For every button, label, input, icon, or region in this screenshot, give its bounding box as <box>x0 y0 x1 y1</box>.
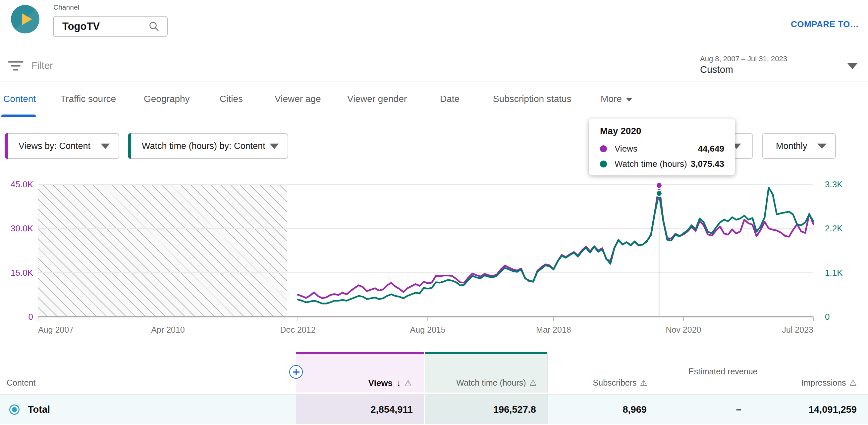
tab-more-label: More <box>601 94 622 104</box>
column-header-estimated-revenue[interactable]: Estimated revenue <box>688 366 741 377</box>
sort-desc-icon[interactable]: ↓ <box>397 378 401 388</box>
tab-cities[interactable]: Cities <box>220 94 243 104</box>
chevron-down-icon <box>626 98 632 102</box>
column-header-subscribers[interactable]: Subscribers⚠ <box>593 378 647 388</box>
filter-bar: Filter Aug 8, 2007 – Jul 31, 2023 Custom <box>0 50 868 81</box>
views-metric-picker[interactable]: Views by: Content <box>5 133 119 159</box>
tooltip-watchtime-value: 3,075.43 <box>691 159 724 169</box>
watchtime-metric-picker[interactable]: Watch time (hours) by: Content <box>128 133 288 159</box>
svg-text:2.2K: 2.2K <box>825 223 843 233</box>
chevron-down-icon <box>847 63 858 69</box>
channel-logo-icon <box>11 5 39 33</box>
total-revenue-cell: – <box>658 395 753 424</box>
tooltip-title: May 2020 <box>600 126 641 136</box>
watchtime-picker-label: Watch time (hours) by: Content <box>142 141 266 151</box>
svg-text:Apr 2010: Apr 2010 <box>151 325 185 334</box>
svg-text:Aug 2007: Aug 2007 <box>38 325 73 334</box>
date-range-text: Aug 8, 2007 – Jul 31, 2023 <box>700 55 787 63</box>
date-preset-text: Custom <box>700 64 733 75</box>
tab-date[interactable]: Date <box>440 94 460 104</box>
tooltip-watchtime-label: Watch time (hours) <box>615 159 691 169</box>
views-accent-bar <box>5 133 8 159</box>
compare-to-link[interactable]: COMPARE TO… <box>791 19 859 29</box>
svg-text:30.0K: 30.0K <box>10 223 33 233</box>
column-header-content[interactable]: Content <box>7 378 36 388</box>
granularity-picker[interactable]: Monthly <box>762 133 836 159</box>
tooltip-views-value: 44,649 <box>698 144 724 154</box>
total-row-label: Total <box>28 404 50 415</box>
channel-search-input[interactable]: TogoTV <box>53 16 168 37</box>
tab-traffic-source[interactable]: Traffic source <box>60 94 116 104</box>
subscribers-header-label: Subscribers <box>593 378 637 387</box>
column-header-views[interactable]: Views↓⚠ <box>368 378 412 388</box>
svg-text:Jul 2023: Jul 2023 <box>782 325 813 334</box>
tooltip-views-label: Views <box>615 144 698 154</box>
svg-text:3.3K: 3.3K <box>825 179 843 189</box>
granularity-label: Monthly <box>776 141 807 151</box>
app-header: Channel TogoTV COMPARE TO… <box>0 0 868 50</box>
svg-text:0: 0 <box>29 312 33 322</box>
filter-input[interactable]: Filter <box>31 60 53 71</box>
chevron-down-icon <box>270 144 279 149</box>
warning-icon: ⚠ <box>849 378 857 387</box>
table-header-row: Content Views↓⚠ Watch time (hours)⚠ Subs… <box>0 341 868 393</box>
radio-selected-dot <box>12 407 17 412</box>
date-range-picker[interactable]: Aug 8, 2007 – Jul 31, 2023 Custom <box>691 50 868 81</box>
total-watchtime-cell: 196,527.8 <box>424 395 547 424</box>
watchtime-header-label: Watch time (hours) <box>456 378 526 387</box>
total-row[interactable]: Total 2,854,911 196,527.8 8,969 – 14,091… <box>0 395 868 424</box>
warning-icon: ⚠ <box>404 378 412 388</box>
table-header-labels: Content Views↓⚠ Watch time (hours)⚠ Subs… <box>0 378 868 391</box>
svg-text:0: 0 <box>825 312 830 322</box>
dimension-tabs: Content Traffic source Geography Cities … <box>0 82 868 117</box>
svg-text:Mar 2018: Mar 2018 <box>536 325 571 334</box>
channel-name-value: TogoTV <box>62 21 148 32</box>
column-header-impressions[interactable]: Impressions⚠ <box>801 378 857 388</box>
views-watchtime-chart: 015.0K30.0K45.0K01.1K2.2K3.3KAug 2007Apr… <box>0 179 868 338</box>
warning-icon: ⚠ <box>529 378 537 387</box>
channel-avatar <box>11 5 39 33</box>
svg-text:Aug 2015: Aug 2015 <box>410 325 445 334</box>
add-metric-button[interactable] <box>289 365 303 379</box>
total-subscribers-cell: 8,969 <box>547 395 658 424</box>
tab-more[interactable]: More <box>601 94 632 104</box>
tooltip-watchtime-row: Watch time (hours) 3,075.43 <box>600 159 724 169</box>
chart-tooltip: May 2020 Views 44,649 Watch time (hours)… <box>589 119 735 175</box>
tab-subscription-status[interactable]: Subscription status <box>493 94 571 104</box>
svg-text:1.1K: 1.1K <box>825 268 843 278</box>
total-views-cell: 2,854,911 <box>296 395 424 424</box>
impressions-header-label: Impressions <box>801 378 846 387</box>
tab-geography[interactable]: Geography <box>144 94 190 104</box>
active-tab-indicator <box>1 115 36 117</box>
total-row-content-cell: Total <box>0 395 296 424</box>
analytics-page: Channel TogoTV COMPARE TO… Filter Aug 8,… <box>0 0 868 425</box>
channel-field-label: Channel <box>53 3 79 11</box>
watchtime-accent-bar <box>128 133 131 159</box>
filter-icon <box>8 61 23 72</box>
tab-viewer-age[interactable]: Viewer age <box>275 94 321 104</box>
chevron-down-icon <box>817 144 827 149</box>
total-impressions-cell: 14,091,259 <box>753 395 868 424</box>
warning-icon: ⚠ <box>640 378 647 387</box>
tooltip-views-row: Views 44,649 <box>600 144 724 154</box>
watchtime-legend-dot <box>600 161 607 167</box>
plus-icon <box>292 368 300 376</box>
tab-content[interactable]: Content <box>3 94 36 104</box>
metrics-table: Content Views↓⚠ Watch time (hours)⚠ Subs… <box>0 341 868 425</box>
total-radio-button[interactable] <box>9 404 20 415</box>
views-legend-dot <box>600 145 607 152</box>
svg-text:15.0K: 15.0K <box>10 268 33 278</box>
svg-text:45.0K: 45.0K <box>10 179 33 189</box>
views-header-label: Views <box>368 378 393 388</box>
tab-viewer-gender[interactable]: Viewer gender <box>347 94 407 104</box>
views-watchtime-chart-area[interactable]: 015.0K30.0K45.0K01.1K2.2K3.3KAug 2007Apr… <box>0 179 868 338</box>
svg-text:Nov 2020: Nov 2020 <box>665 325 701 334</box>
column-header-watch-time[interactable]: Watch time (hours)⚠ <box>456 378 537 388</box>
views-picker-label: Views by: Content <box>19 141 90 151</box>
search-icon <box>148 21 160 32</box>
svg-text:Dec 2012: Dec 2012 <box>280 325 316 334</box>
chevron-down-icon <box>101 144 110 149</box>
